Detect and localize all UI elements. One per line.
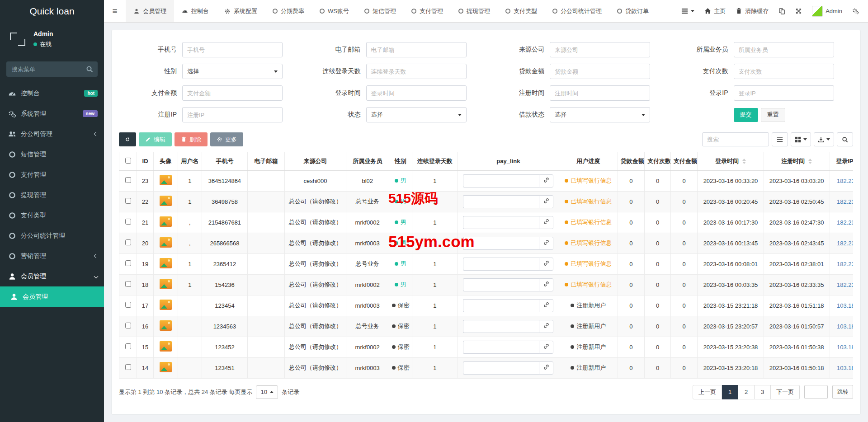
login-ip-link[interactable]: 182.239.	[837, 240, 853, 247]
copy-button[interactable]	[778, 8, 785, 14]
sidebar-item-支付管理[interactable]: 支付管理	[0, 164, 104, 185]
sidebar-item-短信管理[interactable]: 短信管理	[0, 144, 104, 164]
sidebar-toggle-icon[interactable]: ≡	[104, 0, 126, 22]
login-ip-link[interactable]: 182.239.	[837, 219, 853, 226]
pay-link-button[interactable]	[539, 341, 553, 354]
sidebar-item-分公司管理[interactable]: 分公司管理	[0, 124, 104, 144]
avatar-image[interactable]	[160, 237, 172, 248]
sidebar-item-营销管理[interactable]: 营销管理	[0, 246, 104, 266]
sidebar-item-支付类型[interactable]: 支付类型	[0, 205, 104, 225]
delete-button[interactable]: 删除	[175, 132, 208, 146]
sidebar-item-系统管理[interactable]: 系统管理new	[0, 103, 104, 124]
login-ip-link[interactable]: 103.187.	[837, 323, 853, 330]
login-ip-link[interactable]: 103.187.	[837, 302, 853, 309]
filter-input-电子邮箱[interactable]	[366, 42, 467, 57]
fullscreen-table-button[interactable]	[837, 132, 853, 146]
pay-link-input[interactable]	[463, 278, 539, 291]
pay-link-button[interactable]	[539, 237, 553, 250]
pay-link-input[interactable]	[463, 320, 539, 333]
pay-link-input[interactable]	[463, 341, 539, 354]
page-button-3[interactable]: 3	[755, 385, 771, 399]
filter-input-登录IP[interactable]	[734, 85, 834, 101]
prev-page-button[interactable]: 上一页	[693, 385, 722, 399]
pay-link-input[interactable]	[463, 237, 539, 250]
nav-tab-提现管理[interactable]: 提现管理	[451, 0, 498, 22]
reset-button[interactable]: 重置	[761, 108, 785, 122]
submit-button[interactable]: 提交	[734, 108, 758, 122]
row-checkbox[interactable]	[125, 281, 131, 287]
nav-tab-WS账号[interactable]: WS账号	[312, 0, 357, 22]
pay-link-button[interactable]	[539, 258, 553, 271]
page-size-dropdown[interactable]: 10	[256, 385, 278, 399]
sidebar-item-会员管理[interactable]: 会员管理	[0, 286, 104, 307]
row-checkbox[interactable]	[125, 302, 131, 308]
pay-link-button[interactable]	[539, 278, 553, 291]
row-checkbox[interactable]	[125, 198, 131, 204]
login-ip-link[interactable]: 182.239.	[837, 178, 853, 184]
nav-tab-系统配置[interactable]: 系统配置	[217, 0, 265, 22]
settings-button[interactable]	[852, 8, 859, 14]
row-checkbox[interactable]	[125, 219, 131, 225]
nav-tab-贷款订单[interactable]: 贷款订单	[609, 0, 656, 22]
admin-menu[interactable]: Admin	[812, 6, 842, 17]
sidebar-item-提现管理[interactable]: 提现管理	[0, 185, 104, 205]
pay-link-button[interactable]	[539, 299, 553, 312]
avatar-image[interactable]	[160, 341, 172, 352]
sidebar-item-分公司统计管理[interactable]: 分公司统计管理	[0, 225, 104, 246]
col-header-登录时间[interactable]: 登录时间	[698, 152, 764, 170]
pay-link-button[interactable]	[539, 174, 553, 188]
sidebar-search-input[interactable]	[6, 61, 98, 77]
refresh-button[interactable]	[119, 132, 136, 146]
row-checkbox[interactable]	[125, 239, 131, 245]
filter-input-贷款金额[interactable]	[550, 64, 650, 79]
filter-input-支付次数[interactable]	[734, 64, 834, 79]
jump-button[interactable]: 跳转	[832, 385, 853, 399]
row-checkbox[interactable]	[125, 260, 131, 266]
avatar-image[interactable]	[160, 279, 172, 289]
fullscreen-button[interactable]	[795, 8, 802, 14]
pay-link-input[interactable]	[463, 361, 539, 375]
filter-input-连续登录天数[interactable]	[366, 64, 467, 79]
col-header-注册时间[interactable]: 注册时间	[764, 152, 830, 170]
login-ip-link[interactable]: 182.239.	[837, 261, 853, 267]
sidebar-item-控制台[interactable]: 控制台hot	[0, 83, 104, 103]
pay-link-input[interactable]	[463, 216, 539, 229]
avatar-image[interactable]	[160, 258, 172, 268]
sidebar-item-会员管理[interactable]: 会员管理	[0, 266, 104, 286]
page-button-2[interactable]: 2	[738, 385, 755, 399]
login-ip-link[interactable]: 103.187.	[837, 344, 853, 351]
sort-icon[interactable]	[808, 159, 812, 164]
filter-select-状态[interactable]: 选择	[366, 107, 467, 122]
avatar-image[interactable]	[160, 216, 172, 227]
filter-input-登录时间[interactable]	[366, 85, 467, 101]
table-search-input[interactable]	[702, 132, 769, 146]
jump-page-input[interactable]	[804, 385, 828, 399]
nav-tab-支付管理[interactable]: 支付管理	[404, 0, 451, 22]
filter-select-性别[interactable]: 选择	[182, 64, 283, 79]
filter-input-注册IP[interactable]	[182, 107, 283, 122]
avatar-image[interactable]	[160, 175, 172, 185]
avatar-image[interactable]	[160, 300, 172, 310]
pay-link-button[interactable]	[539, 361, 553, 375]
nav-tab-分期费率[interactable]: 分期费率	[265, 0, 312, 22]
nav-tab-短信管理[interactable]: 短信管理	[357, 0, 404, 22]
filter-input-所属业务员[interactable]	[734, 42, 834, 57]
pay-link-button[interactable]	[539, 195, 553, 208]
avatar-image[interactable]	[160, 362, 172, 372]
filter-input-来源公司[interactable]	[550, 42, 650, 57]
pay-link-input[interactable]	[463, 258, 539, 271]
nav-tab-控制台[interactable]: 控制台	[174, 0, 217, 22]
toggle-view-button[interactable]	[772, 132, 788, 146]
login-ip-link[interactable]: 182.239.	[837, 198, 853, 205]
pay-link-input[interactable]	[463, 195, 539, 208]
edit-button[interactable]: 编辑	[139, 132, 172, 146]
filter-input-手机号[interactable]	[182, 42, 283, 57]
row-checkbox[interactable]	[125, 343, 131, 349]
menu-list-dropdown[interactable]	[681, 8, 694, 14]
pay-link-input[interactable]	[463, 174, 539, 188]
pay-link-button[interactable]	[539, 216, 553, 229]
columns-dropdown-button[interactable]	[791, 132, 811, 146]
pay-link-input[interactable]	[463, 299, 539, 312]
search-icon[interactable]	[86, 66, 93, 73]
nav-tab-支付类型[interactable]: 支付类型	[498, 0, 545, 22]
